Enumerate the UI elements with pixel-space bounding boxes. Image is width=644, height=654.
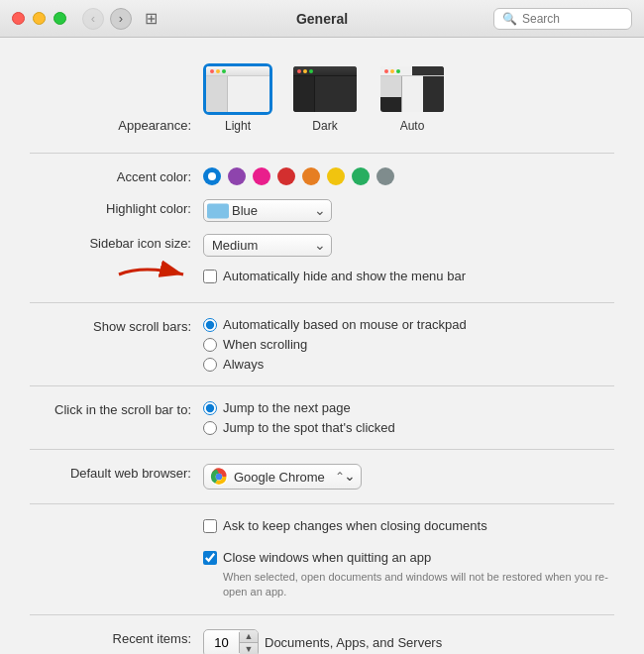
recent-items-label: Recent items: (30, 629, 203, 646)
accent-green[interactable] (352, 167, 370, 185)
default-browser-arrow: ⌃⌄ (335, 470, 355, 484)
appearance-auto[interactable]: Auto (377, 63, 447, 133)
close-docs-checkbox-label[interactable]: Ask to keep changes when closing documen… (203, 518, 487, 533)
divider-4 (30, 449, 614, 450)
divider-3 (30, 385, 614, 386)
close-button[interactable] (12, 12, 25, 25)
appearance-row: Appearance: (0, 57, 644, 145)
back-button[interactable]: ‹ (82, 8, 104, 30)
recent-items-stepper-wrap: 10 ▲ ▼ Documents, Apps, and Servers (203, 629, 442, 654)
recent-items-row: Recent items: 10 ▲ ▼ Documents, Apps, an… (0, 623, 644, 654)
close-docs-row: Ask to keep changes when closing documen… (0, 512, 644, 544)
divider-6 (30, 614, 614, 615)
appearance-dark[interactable]: Dark (290, 63, 360, 133)
chrome-icon (210, 468, 228, 486)
highlight-color-select-wrap: Blue Gold Graphite Green Orange Pink Pur… (203, 199, 332, 222)
highlight-color-content: Blue Gold Graphite Green Orange Pink Pur… (203, 199, 614, 222)
stepper-up-button[interactable]: ▲ (240, 630, 258, 643)
appearance-dark-thumb (290, 63, 360, 115)
accent-yellow[interactable] (327, 167, 345, 185)
default-browser-content: Google Chrome ⌃⌄ (203, 464, 614, 490)
red-arrow-annotation (114, 260, 193, 293)
accent-graphite[interactable] (376, 167, 394, 185)
recent-items-suffix: Documents, Apps, and Servers (265, 635, 442, 650)
maximize-button[interactable] (54, 12, 66, 25)
click-scroll-radio-group: Jump to the next page Jump to the spot t… (203, 400, 395, 435)
menu-bar-row: Automatically hide and show the menu bar (0, 263, 644, 294)
highlight-color-select[interactable]: Blue Gold Graphite Green Orange Pink Pur… (203, 199, 332, 222)
default-browser-name: Google Chrome (234, 470, 325, 485)
scroll-bars-radio-group: Automatically based on mouse or trackpad… (203, 317, 467, 372)
appearance-options: Light (203, 63, 614, 133)
svg-point-3 (216, 474, 221, 479)
highlight-color-row: Highlight color: Blue Gold Graphite Gree… (0, 193, 644, 228)
recent-items-stepper: 10 ▲ ▼ (203, 629, 259, 654)
click-scroll-next-label[interactable]: Jump to the next page (203, 400, 395, 415)
scroll-bars-auto-text: Automatically based on mouse or trackpad (223, 317, 467, 332)
accent-orange[interactable] (302, 167, 320, 185)
recent-items-value: 10 (204, 632, 240, 653)
grid-button[interactable]: ⊞ (140, 8, 161, 30)
default-browser-row: Default web browser: Google Chrome ⌃⌄ (0, 458, 644, 495)
click-scroll-bar-label: Click in the scroll bar to: (30, 400, 203, 417)
appearance-dark-label: Dark (312, 119, 337, 133)
scroll-bars-when-label[interactable]: When scrolling (203, 337, 467, 352)
click-scroll-bar-content: Jump to the next page Jump to the spot t… (203, 400, 614, 435)
divider-2 (30, 302, 614, 303)
click-scroll-spot-radio[interactable] (203, 421, 217, 435)
search-bar[interactable]: 🔍 (493, 8, 632, 30)
close-windows-row: Close windows when quitting an app When … (0, 544, 644, 606)
scroll-bars-when-text: When scrolling (223, 337, 307, 352)
forward-button[interactable]: › (110, 8, 132, 30)
sidebar-icon-size-content: Small Medium Large (203, 234, 614, 257)
menu-bar-label (30, 269, 203, 271)
accent-color-row: Accent color: (0, 162, 644, 193)
appearance-light-thumb (203, 63, 272, 115)
click-scroll-spot-label[interactable]: Jump to the spot that's clicked (203, 420, 395, 435)
show-scroll-bars-row: Show scroll bars: Automatically based on… (0, 311, 644, 378)
accent-colors (203, 167, 614, 185)
scroll-bars-always-label[interactable]: Always (203, 357, 467, 372)
show-scroll-bars-content: Automatically based on mouse or trackpad… (203, 317, 614, 372)
menu-bar-content: Automatically hide and show the menu bar (203, 269, 614, 283)
menu-bar-checkbox-text: Automatically hide and show the menu bar (223, 269, 466, 283)
divider-1 (30, 153, 614, 154)
accent-red[interactable] (277, 167, 295, 185)
highlight-color-label: Highlight color: (30, 199, 203, 216)
stepper-down-button[interactable]: ▼ (240, 643, 258, 654)
minimize-button[interactable] (33, 12, 46, 25)
close-windows-checkbox-label[interactable]: Close windows when quitting an app (203, 550, 431, 565)
appearance-auto-thumb (377, 63, 447, 115)
appearance-auto-label: Auto (400, 119, 425, 133)
accent-pink[interactable] (253, 167, 270, 185)
scroll-bars-auto-radio[interactable] (203, 318, 217, 332)
nav-buttons: ‹ › (82, 8, 132, 30)
accent-blue[interactable] (203, 167, 221, 185)
menu-bar-checkbox-label[interactable]: Automatically hide and show the menu bar (203, 269, 466, 283)
default-browser-select[interactable]: Google Chrome ⌃⌄ (203, 464, 362, 490)
close-windows-content: Close windows when quitting an app When … (203, 550, 614, 600)
recent-items-content: 10 ▲ ▼ Documents, Apps, and Servers (203, 629, 614, 654)
click-scroll-next-text: Jump to the next page (223, 400, 351, 415)
accent-color-label: Accent color: (30, 167, 203, 184)
appearance-light[interactable]: Light (203, 63, 272, 133)
appearance-light-label: Light (225, 119, 251, 133)
scroll-bars-when-radio[interactable] (203, 338, 217, 352)
search-input[interactable] (522, 12, 623, 26)
traffic-lights (12, 12, 66, 25)
accent-purple[interactable] (228, 167, 246, 185)
close-docs-content: Ask to keep changes when closing documen… (203, 518, 614, 533)
close-windows-checkbox[interactable] (203, 551, 217, 565)
close-windows-label (30, 550, 203, 552)
scroll-bars-always-radio[interactable] (203, 358, 217, 372)
search-icon: 🔍 (502, 12, 517, 26)
click-scroll-spot-text: Jump to the spot that's clicked (223, 420, 395, 435)
title-bar: ‹ › ⊞ General 🔍 (0, 0, 644, 38)
menu-bar-checkbox[interactable] (203, 270, 217, 283)
stepper-buttons: ▲ ▼ (240, 630, 258, 654)
sidebar-icon-size-select[interactable]: Small Medium Large (203, 234, 332, 257)
close-docs-checkbox[interactable] (203, 519, 217, 533)
scroll-bars-auto-label[interactable]: Automatically based on mouse or trackpad (203, 317, 467, 332)
click-scroll-next-radio[interactable] (203, 401, 217, 415)
close-docs-label (30, 518, 203, 520)
